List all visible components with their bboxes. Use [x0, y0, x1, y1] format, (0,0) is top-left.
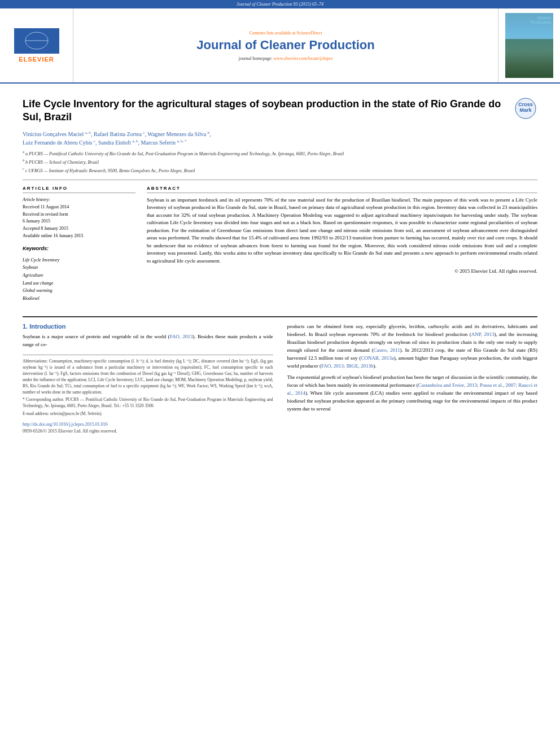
received-revised-label: Received in revised form — [23, 211, 135, 219]
copyright-notice: © 2015 Elsevier Ltd. All rights reserved… — [147, 268, 537, 276]
keyword-3: Agriculture — [23, 272, 135, 279]
abstract-column: ABSTRACT Soybean is an important feedsto… — [147, 186, 537, 308]
homepage-prefix: journal homepage: — [239, 56, 274, 61]
keywords-section: Keywords: Life Cycle Inventory Soybean A… — [23, 246, 135, 303]
svg-point-2 — [30, 33, 43, 49]
journal-title: Journal of Cleaner Production — [196, 38, 374, 53]
intro-heading: 1. Introduction — [23, 323, 273, 330]
author-luiz: Luiz Fernando de Abreu Cybis c, Sandra E… — [23, 139, 187, 146]
sciencedirect-link[interactable]: Contents lists available at ScienceDirec… — [250, 30, 322, 36]
sciencedirect-name: ScienceDirect — [297, 30, 322, 36]
cover-title: CleanerProduction — [531, 16, 552, 25]
crossmark-badge: Cross Mark — [515, 98, 537, 120]
email-line: E-mail address: seferin@pucrs.br (M. Sef… — [23, 411, 273, 417]
article-history: Article history: Received 11 August 2014… — [23, 196, 135, 240]
svg-point-4 — [24, 37, 49, 44]
article-info-label: ARTICLE INFO — [23, 186, 135, 193]
svg-text:Cross: Cross — [518, 102, 533, 107]
keyword-6: Biodiesel — [23, 295, 135, 303]
elsevier-graphic — [14, 28, 59, 54]
journal-citation: Journal of Cleaner Production 93 (2015) … — [237, 2, 323, 7]
accepted-date: Accepted 8 January 2015 — [23, 225, 135, 233]
abbreviations: Abbreviations: Consumption, machinery-sp… — [23, 359, 273, 395]
affiliation-c: c c UFRGS — Institute of Hydraulic Resea… — [23, 167, 537, 174]
journal-cover-image: CleanerProduction — [505, 13, 553, 78]
intro-right-column: products can be obtained form soy, espec… — [287, 323, 538, 434]
journal-header: ELSEVIER Contents lists available at Sci… — [0, 8, 560, 84]
authors-line: Vinícius Gonçalves Maciel a, b, Rafael B… — [23, 130, 537, 147]
article-info-column: ARTICLE INFO Article history: Received 1… — [23, 186, 135, 308]
revised-date: 6 January 2015 — [23, 218, 135, 225]
affiliation-b: b b PUCRS — School of Chemistry, Brazil — [23, 158, 537, 165]
keyword-2: Soybean — [23, 264, 135, 272]
available-online: Available online 16 January 2015 — [23, 233, 135, 240]
svg-point-1 — [24, 33, 49, 49]
journal-title-section: Contents lists available at ScienceDirec… — [73, 8, 498, 82]
homepage-url[interactable]: www.elsevier.com/locate/jclepro — [273, 56, 333, 61]
affiliations: a a PUCRS — Pontifical Catholic Universi… — [23, 150, 537, 174]
sciencedirect-prefix: Contents lists available at — [250, 30, 297, 36]
footnotes-text: Abbreviations: Consumption, machinery-sp… — [23, 359, 273, 417]
abstract-label: ABSTRACT — [147, 186, 537, 193]
history-label: Article history: — [23, 196, 135, 204]
article-title: Life Cycle Inventory for the agricultura… — [23, 98, 509, 124]
elsevier-label: ELSEVIER — [19, 56, 54, 63]
doi-link[interactable]: http://dx.doi.org/10.1016/j.jclepro.2015… — [23, 422, 273, 427]
intro-paragraph-1: Soybean is a major source of protein and… — [23, 333, 273, 349]
keyword-4: Land use change — [23, 279, 135, 287]
footnotes-section: Abbreviations: Consumption, machinery-sp… — [23, 355, 273, 434]
article-title-section: Life Cycle Inventory for the agricultura… — [23, 92, 537, 124]
svg-rect-0 — [15, 29, 59, 53]
keyword-5: Global warming — [23, 287, 135, 295]
intro-paragraph-2: products can be obtained form soy, espec… — [287, 323, 538, 413]
received-date: Received 11 August 2014 — [23, 204, 135, 211]
intro-left-column: 1. Introduction Soybean is a major sourc… — [23, 323, 273, 434]
journal-citation-bar: Journal of Cleaner Production 93 (2015) … — [0, 0, 560, 8]
body-divider — [23, 316, 537, 317]
header-divider — [23, 180, 537, 180]
keywords-list: Life Cycle Inventory Soybean Agriculture… — [23, 256, 135, 303]
main-content: Life Cycle Inventory for the agricultura… — [0, 84, 560, 442]
issn-line: 0959-6526/© 2015 Elsevier Ltd. All right… — [23, 429, 273, 434]
introduction-section: 1. Introduction Soybean is a major sourc… — [23, 323, 537, 434]
elsevier-logo: ELSEVIER — [14, 28, 59, 63]
keyword-1: Life Cycle Inventory — [23, 256, 135, 264]
corresponding-author: * Corresponding author. PUCRS — Pontific… — [23, 397, 273, 409]
keywords-label: Keywords: — [23, 246, 135, 253]
author-vinicius: Vinícius Gonçalves Maciel a, b, Rafael B… — [23, 131, 211, 137]
svg-text:Mark: Mark — [519, 107, 532, 113]
journal-homepage: journal homepage: www.elsevier.com/locat… — [239, 56, 333, 61]
abstract-text: Soybean is an important feedstock and it… — [147, 196, 537, 276]
affiliation-a: a a PUCRS — Pontifical Catholic Universi… — [23, 150, 537, 157]
article-info-abstract-section: ARTICLE INFO Article history: Received 1… — [23, 186, 537, 308]
journal-cover-section: CleanerProduction — [498, 8, 560, 82]
elsevier-logo-section: ELSEVIER — [0, 8, 73, 82]
